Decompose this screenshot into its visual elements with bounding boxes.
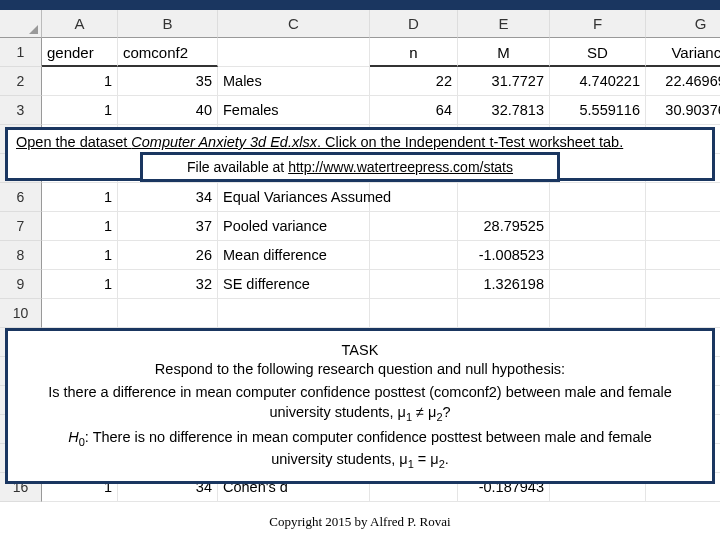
row-header-3[interactable]: 3 (0, 96, 42, 125)
row-header-2[interactable]: 2 (0, 67, 42, 96)
row-header-6[interactable]: 6 (0, 183, 42, 212)
cell-3-G[interactable]: 30.90376984 (646, 96, 720, 125)
cell-8-A[interactable]: 1 (42, 241, 118, 270)
cell-3-A[interactable]: 1 (42, 96, 118, 125)
task-callout: TASK Respond to the following research q… (5, 328, 715, 484)
cell-1-C[interactable] (218, 38, 370, 67)
cell-7-B[interactable]: 37 (118, 212, 218, 241)
text: . Click on the Independent t-Test worksh… (317, 134, 623, 150)
select-all-corner[interactable] (0, 10, 42, 38)
text: Open the dataset (16, 134, 131, 150)
text: File available at (187, 159, 288, 175)
col-header-B[interactable]: B (118, 10, 218, 38)
cell-10-A[interactable] (42, 299, 118, 328)
cell-7-G[interactable] (646, 212, 720, 241)
spreadsheet-area: ABCDEFG 12345678910111213141516 genderco… (0, 10, 720, 38)
cell-10-D[interactable] (370, 299, 458, 328)
cell-7-E[interactable]: 28.79525 (458, 212, 550, 241)
cell-10-B[interactable] (118, 299, 218, 328)
row-header-8[interactable]: 8 (0, 241, 42, 270)
cell-1-F[interactable]: SD (550, 38, 646, 67)
cell-1-G[interactable]: Variance (646, 38, 720, 67)
dataset-name: Computer Anxiety 3d Ed.xlsx (131, 134, 317, 150)
cell-1-D[interactable]: n (370, 38, 458, 67)
cell-1-B[interactable]: comconf2 (118, 38, 218, 67)
col-header-F[interactable]: F (550, 10, 646, 38)
task-heading: TASK (342, 342, 379, 358)
cell-3-B[interactable]: 40 (118, 96, 218, 125)
cell-6-D[interactable] (370, 183, 458, 212)
file-url[interactable]: http://www.watertreepress.com/stats (288, 159, 513, 175)
cell-2-E[interactable]: 31.7727 (458, 67, 550, 96)
cell-7-F[interactable] (550, 212, 646, 241)
cell-6-G[interactable] (646, 183, 720, 212)
cell-10-E[interactable] (458, 299, 550, 328)
row-header-7[interactable]: 7 (0, 212, 42, 241)
cell-1-E[interactable]: M (458, 38, 550, 67)
cell-9-A[interactable]: 1 (42, 270, 118, 299)
cell-7-C[interactable]: Pooled variance (218, 212, 370, 241)
cell-1-A[interactable]: gender (42, 38, 118, 67)
cell-8-F[interactable] (550, 241, 646, 270)
cell-8-C[interactable]: Mean difference (218, 241, 370, 270)
cell-6-A[interactable]: 1 (42, 183, 118, 212)
null-hypothesis: H0: There is no difference in mean compu… (38, 428, 682, 471)
column-headers: ABCDEFG (42, 10, 720, 38)
cell-10-C[interactable] (218, 299, 370, 328)
row-header-10[interactable]: 10 (0, 299, 42, 328)
file-link-callout: File available at http://www.watertreepr… (140, 152, 560, 182)
row-header-1[interactable]: 1 (0, 38, 42, 67)
cell-3-F[interactable]: 5.559116 (550, 96, 646, 125)
cell-2-D[interactable]: 22 (370, 67, 458, 96)
cell-7-A[interactable]: 1 (42, 212, 118, 241)
row-header-9[interactable]: 9 (0, 270, 42, 299)
col-header-A[interactable]: A (42, 10, 118, 38)
title-bar (0, 0, 720, 10)
cell-9-D[interactable] (370, 270, 458, 299)
copyright-footer: Copyright 2015 by Alfred P. Rovai (0, 514, 720, 530)
cell-8-B[interactable]: 26 (118, 241, 218, 270)
cell-8-G[interactable] (646, 241, 720, 270)
cell-10-F[interactable] (550, 299, 646, 328)
cell-6-F[interactable] (550, 183, 646, 212)
cell-6-E[interactable] (458, 183, 550, 212)
cell-6-C[interactable]: Equal Variances Assumed (218, 183, 370, 212)
cell-2-F[interactable]: 4.740221 (550, 67, 646, 96)
cell-6-B[interactable]: 34 (118, 183, 218, 212)
cell-8-E[interactable]: -1.008523 (458, 241, 550, 270)
cell-9-B[interactable]: 32 (118, 270, 218, 299)
cell-8-D[interactable] (370, 241, 458, 270)
cell-9-C[interactable]: SE difference (218, 270, 370, 299)
cell-2-G[interactable]: 22.46969697 (646, 67, 720, 96)
cell-3-D[interactable]: 64 (370, 96, 458, 125)
cell-9-G[interactable] (646, 270, 720, 299)
col-header-G[interactable]: G (646, 10, 720, 38)
cell-2-C[interactable]: Males (218, 67, 370, 96)
cell-10-G[interactable] (646, 299, 720, 328)
col-header-D[interactable]: D (370, 10, 458, 38)
cell-2-B[interactable]: 35 (118, 67, 218, 96)
cell-7-D[interactable] (370, 212, 458, 241)
cell-9-F[interactable] (550, 270, 646, 299)
cell-3-E[interactable]: 32.7813 (458, 96, 550, 125)
col-header-C[interactable]: C (218, 10, 370, 38)
cell-2-A[interactable]: 1 (42, 67, 118, 96)
cell-3-C[interactable]: Females (218, 96, 370, 125)
cell-9-E[interactable]: 1.326198 (458, 270, 550, 299)
research-question: Is there a difference in mean computer c… (38, 383, 682, 424)
task-intro: Respond to the following research questi… (155, 361, 565, 377)
col-header-E[interactable]: E (458, 10, 550, 38)
